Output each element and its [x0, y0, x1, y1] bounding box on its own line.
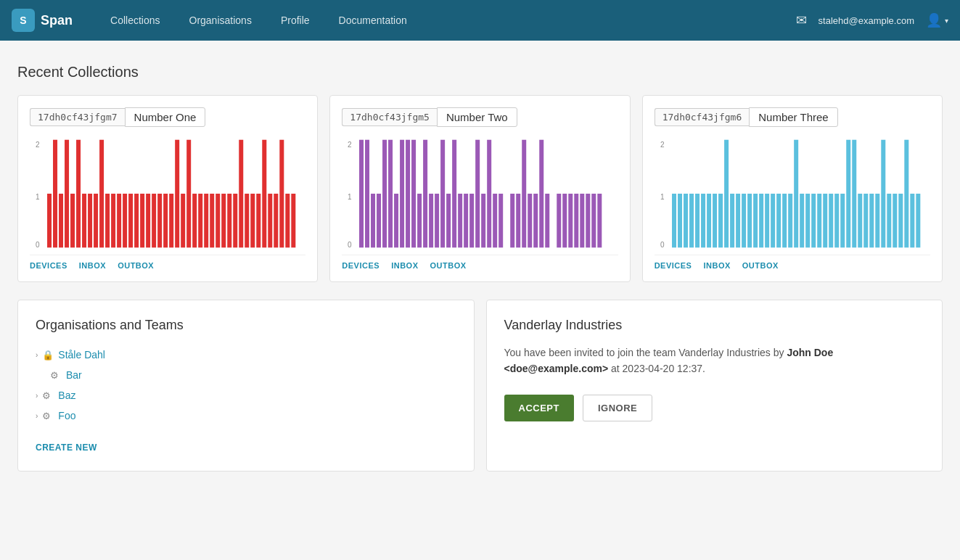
svg-rect-20	[146, 194, 150, 247]
outbox-link-3[interactable]: OUTBOX	[742, 261, 779, 270]
chart-svg-3: 2 1 0	[655, 136, 930, 252]
invite-message-prefix: You have been invited to join the team V…	[504, 347, 787, 358]
accept-button[interactable]: ACCEPT	[504, 395, 574, 421]
svg-rect-65	[400, 140, 404, 248]
svg-rect-135	[817, 194, 821, 247]
org-icon-foo: ⚙	[42, 411, 51, 421]
svg-rect-120	[730, 194, 734, 247]
brand-icon: S	[12, 9, 35, 32]
inbox-link-2[interactable]: INBOX	[391, 261, 418, 270]
chart-footer-1: DEVICES INBOX OUTBOX	[30, 255, 305, 270]
svg-rect-115	[701, 194, 705, 247]
svg-rect-83	[511, 194, 515, 247]
svg-rect-45	[291, 194, 295, 247]
org-link-foo[interactable]: Foo	[58, 410, 75, 421]
svg-rect-145	[875, 194, 879, 247]
chevron-baz-icon[interactable]: ›	[36, 392, 38, 400]
org-link-stale[interactable]: Ståle Dahl	[58, 349, 105, 361]
org-link-bar[interactable]: Bar	[66, 369, 82, 381]
create-new-link[interactable]: CREATE NEW	[36, 442, 97, 453]
outbox-link-1[interactable]: OUTBOX	[118, 261, 154, 270]
brand-link[interactable]: S Span	[12, 9, 73, 32]
svg-rect-22	[157, 194, 162, 247]
svg-rect-34	[227, 194, 231, 247]
svg-rect-5	[59, 194, 63, 247]
svg-rect-127	[771, 194, 775, 247]
svg-rect-15	[117, 194, 121, 247]
svg-rect-112	[684, 194, 688, 247]
mail-icon[interactable]: ✉	[796, 12, 807, 28]
svg-rect-126	[765, 194, 769, 247]
svg-rect-142	[858, 194, 862, 247]
svg-rect-75	[458, 194, 462, 247]
inbox-link-1[interactable]: INBOX	[79, 261, 106, 270]
chevron-stale-icon[interactable]: ›	[36, 351, 38, 359]
svg-rect-21	[152, 194, 156, 247]
chart-3: 2 1 0	[655, 136, 930, 252]
svg-text:2: 2	[348, 139, 352, 149]
org-list: › 🔒 Ståle Dahl ⚙ Bar › ⚙ Baz ›	[36, 345, 456, 426]
user-menu[interactable]: 👤 ▾	[926, 12, 948, 28]
svg-rect-151	[910, 194, 914, 247]
nav-profile[interactable]: Profile	[266, 0, 324, 41]
devices-link-1[interactable]: DEVICES	[30, 261, 67, 270]
svg-rect-72	[440, 140, 445, 248]
svg-rect-140	[846, 140, 850, 248]
svg-rect-78	[475, 140, 480, 248]
chevron-foo-icon[interactable]: ›	[36, 412, 38, 420]
svg-rect-71	[435, 194, 439, 247]
svg-rect-79	[481, 194, 485, 247]
svg-rect-67	[411, 140, 416, 248]
user-icon: 👤	[926, 12, 942, 28]
svg-rect-113	[689, 194, 694, 247]
svg-rect-137	[829, 194, 833, 247]
svg-rect-143	[863, 194, 868, 247]
outbox-link-2[interactable]: OUTBOX	[430, 261, 466, 270]
devices-link-3[interactable]: DEVICES	[655, 261, 692, 270]
svg-rect-9	[82, 194, 86, 247]
svg-rect-117	[713, 194, 717, 247]
svg-rect-42	[274, 194, 278, 247]
svg-text:1: 1	[660, 192, 665, 201]
nav-collections[interactable]: Collections	[96, 0, 174, 41]
svg-rect-125	[759, 194, 763, 247]
svg-rect-73	[446, 194, 451, 247]
chart-svg-1: 2 1 0	[30, 136, 305, 252]
svg-rect-36	[239, 140, 243, 248]
svg-text:0: 0	[348, 240, 352, 250]
collection-id-1: 17dh0cf43jfgm7	[30, 108, 125, 126]
collection-card-2: 17dh0cf43jfgm5 Number Two 2 1 0	[329, 95, 630, 282]
svg-rect-139	[840, 194, 845, 247]
nav-documentation[interactable]: Documentation	[324, 0, 422, 41]
collection-header-2: 17dh0cf43jfgm5 Number Two	[342, 107, 618, 127]
svg-rect-17	[128, 194, 133, 247]
user-chevron-icon: ▾	[945, 17, 948, 25]
chart-footer-2: DEVICES INBOX OUTBOX	[342, 255, 618, 270]
chart-footer-3: DEVICES INBOX OUTBOX	[655, 255, 930, 270]
svg-rect-97	[598, 194, 602, 247]
org-item-foo: › ⚙ Foo	[36, 405, 456, 426]
svg-rect-43	[279, 140, 284, 248]
svg-rect-94	[580, 194, 585, 247]
svg-rect-131	[794, 140, 798, 248]
org-link-baz[interactable]: Baz	[58, 390, 75, 401]
svg-rect-118	[718, 194, 723, 247]
inbox-link-3[interactable]: INBOX	[703, 261, 730, 270]
nav-organisations[interactable]: Organisations	[175, 0, 266, 41]
chart-svg-2: 2 1 0	[342, 136, 618, 252]
bottom-grid: Organisations and Teams › 🔒 Ståle Dahl ⚙…	[17, 300, 943, 472]
org-item-bar: ⚙ Bar	[36, 365, 456, 385]
svg-rect-111	[678, 194, 682, 247]
invite-actions: ACCEPT IGNORE	[504, 395, 925, 421]
main-content: Recent Collections 17dh0cf43jfgm7 Number…	[0, 41, 960, 495]
collection-name-2: Number Two	[437, 107, 517, 127]
svg-rect-63	[388, 140, 393, 248]
collection-card-1: 17dh0cf43jfgm7 Number One 2 1 0	[17, 95, 318, 282]
svg-rect-152	[916, 194, 920, 247]
brand-name: Span	[41, 13, 73, 28]
ignore-button[interactable]: IGNORE	[583, 395, 652, 421]
devices-link-2[interactable]: DEVICES	[342, 261, 380, 270]
svg-rect-61	[377, 194, 381, 247]
svg-text:2: 2	[660, 139, 665, 149]
collection-header-1: 17dh0cf43jfgm7 Number One	[30, 107, 305, 127]
